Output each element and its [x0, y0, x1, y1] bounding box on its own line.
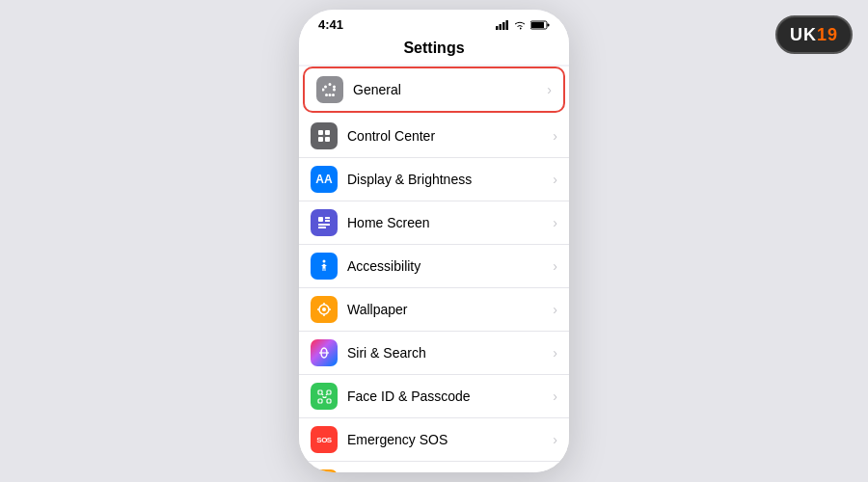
logo-text: UK19 [790, 25, 838, 45]
chevron-sos: › [553, 432, 557, 447]
status-time: 4:41 [318, 17, 343, 32]
settings-list[interactable]: General › Control Center › [299, 65, 569, 472]
icon-wallpaper [311, 296, 338, 323]
chevron-accessibility: › [553, 258, 557, 274]
svg-rect-10 [325, 137, 330, 142]
chevron-siri: › [553, 345, 557, 361]
settings-item-homescreen[interactable]: Home Screen › [299, 201, 569, 245]
phone-container: 4:41 Settings [299, 10, 569, 472]
svg-point-16 [323, 260, 326, 263]
svg-rect-5 [531, 22, 544, 28]
item-label-sos: Emergency SOS [347, 432, 553, 447]
icon-accessibility [311, 253, 338, 280]
svg-rect-7 [318, 130, 323, 135]
icon-siri [311, 339, 338, 366]
chevron-display: › [553, 172, 557, 187]
svg-rect-11 [318, 217, 323, 222]
svg-point-30 [325, 393, 327, 395]
svg-rect-12 [325, 217, 330, 219]
status-bar: 4:41 [299, 10, 569, 36]
logo-accent: 19 [817, 25, 838, 44]
signal-icon [496, 20, 509, 30]
settings-item-general[interactable]: General › [303, 67, 565, 113]
item-label-homescreen: Home Screen [347, 215, 553, 230]
chevron-wallpaper: › [553, 302, 557, 317]
item-label-siri: Siri & Search [347, 345, 553, 361]
svg-rect-1 [500, 24, 502, 30]
icon-homescreen [311, 209, 338, 236]
svg-rect-0 [496, 26, 499, 30]
svg-rect-6 [548, 23, 550, 26]
svg-rect-3 [506, 20, 509, 30]
wifi-icon [513, 20, 527, 30]
svg-rect-28 [327, 399, 331, 403]
settings-item-display[interactable]: AA Display & Brightness › [299, 158, 569, 201]
icon-display: AA [311, 166, 338, 193]
logo-text-uk: UK [790, 25, 817, 44]
icon-faceid [311, 383, 338, 410]
svg-rect-14 [318, 224, 330, 226]
item-label-control-center: Control Center [347, 128, 553, 144]
icon-control-center [311, 122, 338, 149]
battery-status-icon [530, 20, 550, 30]
item-label-accessibility: Accessibility [347, 258, 553, 274]
status-icons-right [496, 20, 550, 30]
chevron-homescreen: › [553, 215, 557, 230]
svg-rect-25 [318, 390, 322, 394]
item-label-display: Display & Brightness [347, 172, 553, 187]
settings-item-sos[interactable]: SOS Emergency SOS › [299, 418, 569, 462]
svg-rect-9 [318, 137, 323, 142]
chevron-general: › [547, 82, 552, 97]
settings-title: Settings [299, 36, 569, 65]
settings-item-wallpaper[interactable]: Wallpaper › [299, 288, 569, 332]
item-label-faceid: Face ID & Passcode [347, 388, 553, 404]
svg-rect-26 [327, 390, 331, 394]
settings-item-faceid[interactable]: Face ID & Passcode › [299, 375, 569, 418]
icon-exposure [311, 469, 338, 472]
item-label-general: General [353, 82, 547, 97]
icon-general [316, 76, 343, 103]
item-label-wallpaper: Wallpaper [347, 302, 553, 317]
svg-rect-27 [318, 399, 322, 403]
logo-badge: UK19 [775, 15, 853, 54]
svg-rect-15 [318, 227, 326, 228]
icon-sos: SOS [311, 426, 338, 453]
svg-rect-2 [502, 22, 505, 30]
settings-item-siri[interactable]: Siri & Search › [299, 332, 569, 375]
svg-point-29 [321, 393, 323, 395]
section-1: General › Control Center › [299, 67, 569, 472]
settings-item-control-center[interactable]: Control Center › [299, 115, 569, 158]
chevron-control-center: › [553, 128, 557, 144]
svg-rect-13 [325, 220, 330, 222]
settings-item-exposure[interactable]: Exposure Notifications › [299, 462, 569, 472]
svg-rect-8 [325, 130, 330, 135]
chevron-faceid: › [553, 388, 557, 404]
svg-point-18 [322, 308, 326, 311]
settings-item-accessibility[interactable]: Accessibility › [299, 245, 569, 288]
